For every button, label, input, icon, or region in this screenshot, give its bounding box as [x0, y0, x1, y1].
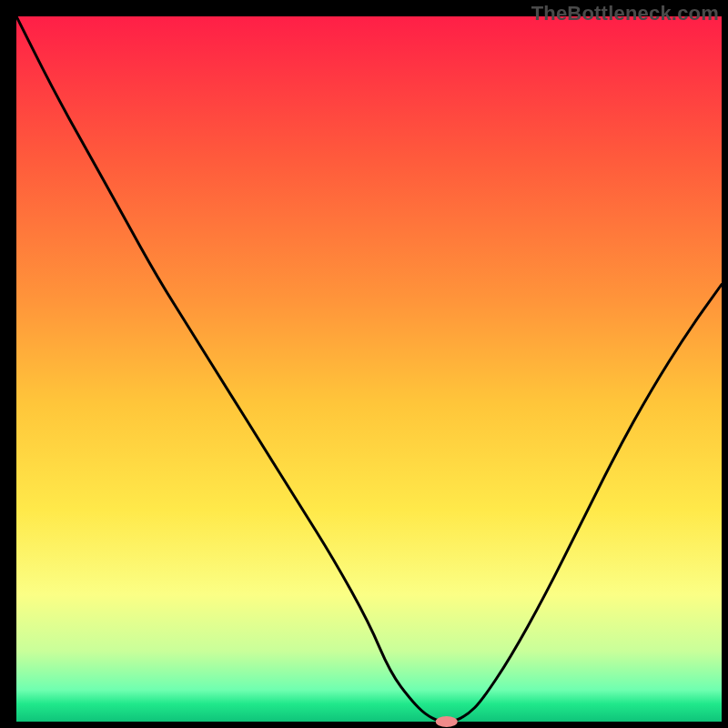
optimal-marker [436, 716, 458, 727]
plot-background [16, 16, 722, 722]
watermark-text: TheBottleneck.com [531, 2, 719, 25]
chart-stage: TheBottleneck.com [0, 0, 728, 728]
chart-svg [0, 0, 728, 728]
